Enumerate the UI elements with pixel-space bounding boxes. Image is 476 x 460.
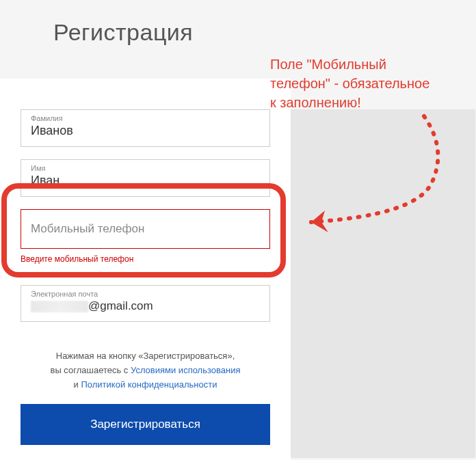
name-label: Имя — [31, 164, 260, 172]
phone-field-wrap[interactable]: Мобильный телефон — [21, 209, 270, 249]
terms-link[interactable]: Условиями использования — [131, 365, 241, 375]
registration-form: Фамилия Имя Мобильный телефон Введите мо… — [0, 79, 291, 460]
name-field-wrap[interactable]: Имя — [21, 159, 270, 197]
register-button[interactable]: Зарегистрироваться — [21, 404, 270, 445]
annotation-text: Поле "Мобильный телефон" - обязательное … — [270, 55, 429, 112]
email-blurred-part — [31, 301, 88, 312]
email-suffix: @gmail.com — [88, 299, 153, 312]
redaction-bar — [21, 267, 164, 273]
phone-placeholder: Мобильный телефон — [31, 222, 144, 235]
surname-field-wrap[interactable]: Фамилия — [21, 109, 270, 147]
email-label: Электронная почта — [31, 290, 260, 298]
page-title: Регистрация — [53, 19, 476, 46]
surname-input[interactable] — [31, 124, 260, 138]
side-panel — [291, 109, 475, 458]
name-input[interactable] — [31, 174, 260, 188]
surname-label: Фамилия — [31, 114, 260, 122]
phone-error: Введите мобильный телефон — [21, 254, 270, 264]
email-input[interactable]: @gmail.com — [31, 299, 260, 313]
email-field-wrap[interactable]: Электронная почта @gmail.com — [21, 285, 270, 322]
consent-text: Нажимая на кнопку «Зарегистрироваться», … — [21, 349, 270, 392]
privacy-link[interactable]: Политикой конфиденциальности — [81, 379, 217, 390]
